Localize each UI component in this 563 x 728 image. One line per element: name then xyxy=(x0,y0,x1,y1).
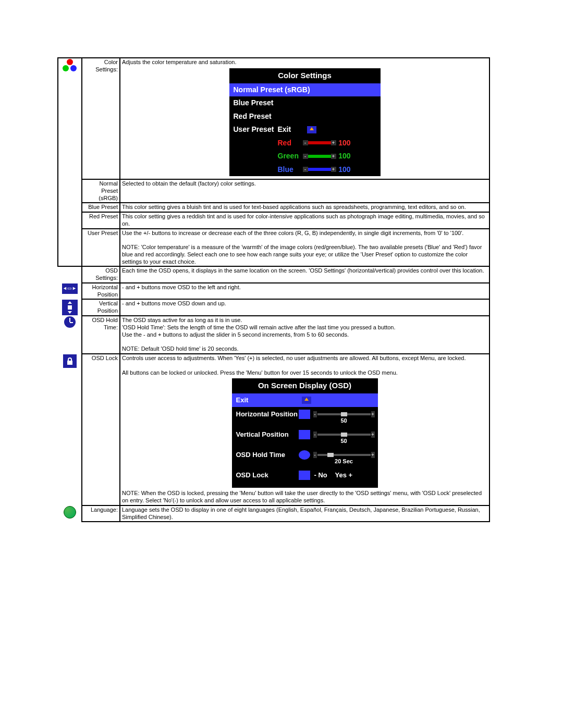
hpos-icon: ◄▭► xyxy=(62,283,78,294)
exit-icon xyxy=(302,397,311,404)
osd2-hp[interactable]: Horizontal Position -+50 xyxy=(232,407,378,427)
row-desc-2: This color setting gives a reddish tint … xyxy=(120,212,489,229)
green-row[interactable]: Green -+ 100 xyxy=(229,150,381,163)
lang-desc: Language sets the OSD to display in one … xyxy=(120,505,489,522)
vpos-icon xyxy=(62,300,78,315)
blue-row[interactable]: Blue -+ 100 xyxy=(229,163,381,177)
osd-hold-name: OSD Hold Time: xyxy=(82,316,120,354)
osd-vpos-desc: - and + buttons move OSD down and up. xyxy=(120,299,489,316)
vpos-mini-icon xyxy=(299,430,310,439)
osd2-exit[interactable]: Exit xyxy=(232,393,378,407)
timer-icon-cell xyxy=(58,316,82,354)
osd-lock-desc: Controls user access to adjustments. Whe… xyxy=(120,354,489,505)
color-desc: Adjusts the color temperature and satura… xyxy=(122,59,487,66)
svg-rect-1 xyxy=(68,305,72,310)
osd-hpos-desc: - and + buttons move OSD to the left and… xyxy=(120,283,489,300)
timer-icon xyxy=(64,316,76,328)
globe-icon xyxy=(64,506,76,519)
lock-icon-cell xyxy=(58,354,82,505)
hpos-mini-icon xyxy=(299,410,310,419)
color-desc-cell: Adjusts the color temperature and satura… xyxy=(120,58,489,179)
row-desc-1: This color setting gives a bluish tint a… xyxy=(120,203,489,212)
osd-panel: On Screen Display (OSD) Exit Horizontal … xyxy=(232,378,378,488)
preset-blue[interactable]: Blue Preset xyxy=(229,96,381,110)
osd-title: Color Settings xyxy=(229,68,381,83)
osd2-vp[interactable]: Vertical Position -+50 xyxy=(232,427,378,448)
preset-user[interactable]: User Preset Exit xyxy=(229,123,381,137)
lock-icon xyxy=(63,354,77,368)
row-name-3: User Preset xyxy=(82,229,120,267)
osd-vpos-name: Vertical Position xyxy=(82,299,120,316)
osd-lock-name: OSD Lock xyxy=(82,354,120,505)
exit-icon xyxy=(307,126,316,133)
vpos-icon-cell xyxy=(58,299,82,316)
osd-label: OSD Settings: xyxy=(82,266,120,283)
osd2-title: On Screen Display (OSD) xyxy=(232,378,378,393)
row-name-1: Blue Preset xyxy=(82,203,120,212)
osd-footnote: NOTE: When the OSD is locked, pressing t… xyxy=(122,490,487,504)
timer-mini-icon xyxy=(299,450,310,460)
row-name-2: Red Preset xyxy=(82,212,120,229)
svg-marker-0 xyxy=(68,301,72,304)
color-icon xyxy=(63,59,77,73)
osd2-lock[interactable]: OSD Lock - No Yes + xyxy=(232,468,378,483)
lang-label: Language: xyxy=(82,505,120,522)
color-icon-cell xyxy=(58,58,82,266)
red-row[interactable]: Red -+ 100 xyxy=(229,137,381,150)
settings-table: Color Settings: Adjusts the color temper… xyxy=(57,57,490,522)
color-label: Color Settings: xyxy=(82,58,120,179)
osd-desc: Each time the OSD opens, it displays in … xyxy=(120,266,489,283)
lock-mini-icon xyxy=(299,471,310,480)
preset-normal[interactable]: Normal Preset (sRGB) xyxy=(229,83,381,97)
hpos-icon-cell: ◄▭► xyxy=(58,283,82,300)
osd-hold-desc: The OSD stays active for as long as it i… xyxy=(120,316,489,354)
color-osd-panel: Color Settings Normal Preset (sRGB) Blue… xyxy=(229,68,381,176)
svg-marker-2 xyxy=(68,311,72,314)
osd2-ht[interactable]: OSD Hold Time -+20 Sec xyxy=(232,448,378,468)
preset-red[interactable]: Red Preset xyxy=(229,110,381,124)
osd-hpos-name: Horizontal Position xyxy=(82,283,120,300)
row-desc-0: Selected to obtain the default (factory)… xyxy=(120,179,489,203)
row-name-0: Normal Preset (sRGB) xyxy=(82,179,120,203)
globe-icon-cell xyxy=(58,505,82,522)
row-desc-3: Use the +/- buttons to increase or decre… xyxy=(120,229,489,267)
